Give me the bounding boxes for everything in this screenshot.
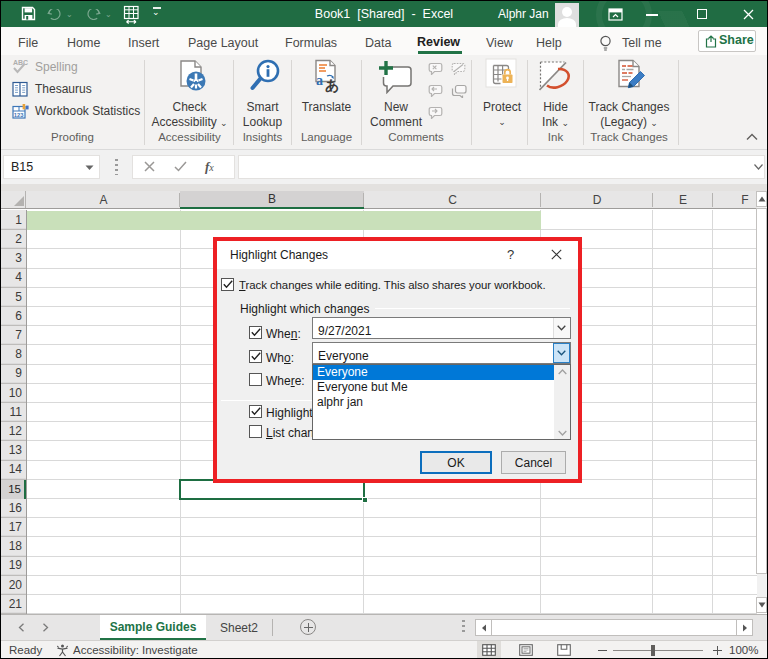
svg-text:123: 123: [14, 112, 24, 118]
svg-text:ABC: ABC: [13, 59, 28, 66]
svg-text:あ: あ: [325, 77, 339, 94]
svg-text:a: a: [316, 73, 323, 88]
